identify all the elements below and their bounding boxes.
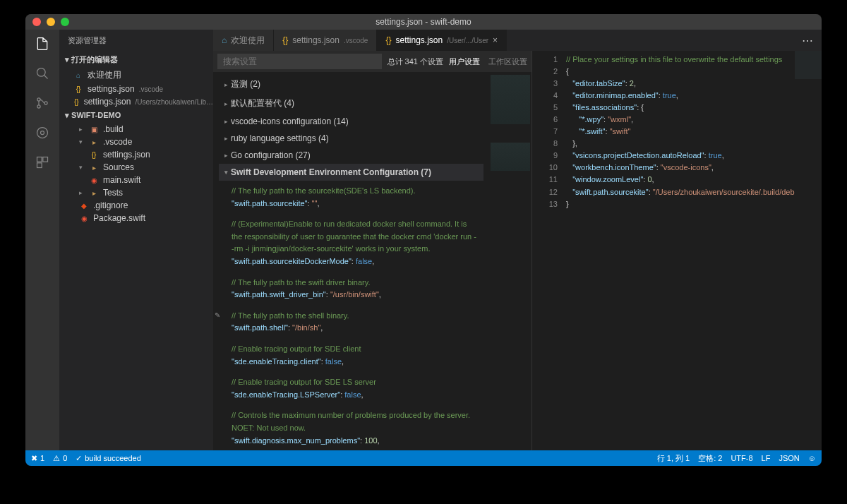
file-icon: {} bbox=[282, 35, 288, 45]
tab-path: /User/.../User bbox=[447, 37, 488, 44]
status-encoding[interactable]: UTF-8 bbox=[731, 454, 752, 462]
settings-group[interactable]: 默认配置替代 (4) bbox=[219, 94, 483, 113]
setting-item[interactable]: // Enable tracing output for SDE client"… bbox=[219, 339, 483, 372]
svg-point-5 bbox=[41, 131, 44, 135]
minimize-icon[interactable] bbox=[47, 18, 55, 26]
tree-item-label: .vscode bbox=[103, 137, 132, 147]
tree-item[interactable]: ◉main.swift bbox=[59, 174, 213, 186]
project-tree: ▸▣.build▾▸.vscode{}settings.json▾▸Source… bbox=[59, 123, 213, 224]
svg-point-1 bbox=[37, 98, 40, 101]
file-icon: ▸ bbox=[89, 137, 99, 147]
tree-item[interactable]: {}settings.json/Users/zhoukaiwen/Lib… bbox=[59, 95, 213, 108]
status-bar: ✖ 1 ⚠ 0 ✓ build succeeded 行 1, 列 1 空格: 2… bbox=[25, 450, 822, 466]
status-lang[interactable]: JSON bbox=[779, 454, 799, 462]
status-feedback-icon[interactable]: ☺ bbox=[808, 454, 816, 462]
tree-item[interactable]: ▸▸Tests bbox=[59, 186, 213, 199]
file-icon: {} bbox=[73, 84, 83, 94]
line-gutter: 12345678910111213 bbox=[532, 51, 563, 450]
file-icon: {} bbox=[385, 35, 391, 45]
status-indent[interactable]: 空格: 2 bbox=[698, 453, 722, 464]
project-header[interactable]: ▾ SWIFT-DEMO bbox=[59, 108, 213, 123]
more-icon[interactable]: ⋯ bbox=[802, 34, 815, 47]
scope-workspace[interactable]: 工作区设置 bbox=[488, 56, 527, 67]
tab-label: settings.json bbox=[292, 35, 340, 45]
activity-bar bbox=[25, 30, 59, 450]
sidebar: 资源管理器 ▾ 打开的编辑器 ⌂欢迎使用{}settings.json.vsco… bbox=[59, 30, 213, 450]
setting-item[interactable]: // The fully path to the swift driver bi… bbox=[219, 272, 483, 306]
file-icon: {} bbox=[73, 97, 80, 107]
editor-minimap bbox=[795, 51, 822, 79]
tree-item[interactable]: ◆.gitignore bbox=[59, 199, 213, 212]
file-icon: ▸ bbox=[89, 162, 99, 172]
settings-search-input[interactable] bbox=[217, 54, 382, 69]
tree-item-label: .build bbox=[103, 124, 124, 134]
status-eol[interactable]: LF bbox=[762, 454, 771, 462]
tree-item-label: main.swift bbox=[103, 175, 140, 185]
status-cursor[interactable]: 行 1, 列 1 bbox=[657, 453, 690, 464]
tab-path: .vscode bbox=[344, 37, 368, 44]
close-icon[interactable]: × bbox=[493, 35, 498, 45]
settings-group[interactable]: Go configuration (27) bbox=[219, 147, 483, 164]
tree-item-label: Tests bbox=[103, 188, 123, 198]
tree-item-label: settings.json bbox=[103, 150, 150, 160]
tree-item-label: settings.json bbox=[84, 97, 131, 107]
open-editors-list: ⌂欢迎使用{}settings.json.vscode{}settings.js… bbox=[59, 68, 213, 108]
tree-item-path: /Users/zhoukaiwen/Lib… bbox=[135, 98, 213, 106]
tab-label: settings.json bbox=[395, 35, 443, 45]
settings-list[interactable]: 遥测 (2)默认配置替代 (4)vscode-icons configurati… bbox=[213, 72, 489, 450]
explorer-icon[interactable] bbox=[34, 35, 51, 52]
tree-item[interactable]: ▾▸.vscode bbox=[59, 136, 213, 148]
json-editor[interactable]: 12345678910111213 // Place your settings… bbox=[532, 51, 822, 450]
source-control-icon[interactable] bbox=[34, 95, 51, 112]
tree-item[interactable]: ▸▣.build bbox=[59, 123, 213, 136]
window-controls bbox=[32, 18, 69, 26]
search-icon[interactable] bbox=[34, 65, 51, 82]
settings-group[interactable]: 遥测 (2) bbox=[219, 75, 483, 94]
setting-item[interactable]: // Enable tracing output for SDE LS serv… bbox=[219, 372, 483, 405]
settings-minimap bbox=[489, 72, 531, 450]
maximize-icon[interactable] bbox=[61, 18, 69, 26]
scope-user[interactable]: 用户设置 bbox=[449, 56, 480, 67]
code-content[interactable]: // Place your settings in this file to o… bbox=[563, 51, 822, 450]
editor-tab[interactable]: ⌂欢迎使用 bbox=[213, 30, 274, 51]
svg-rect-6 bbox=[37, 157, 42, 162]
file-icon: ◆ bbox=[79, 200, 89, 210]
tree-item-label: .gitignore bbox=[93, 200, 128, 210]
tree-item[interactable]: ◉Package.swift bbox=[59, 212, 213, 224]
settings-group[interactable]: vscode-icons configuration (14) bbox=[219, 113, 483, 130]
settings-search-row: 总计 341 个设置 用户设置 工作区设置 bbox=[213, 51, 531, 72]
settings-group[interactable]: ruby language settings (4) bbox=[219, 130, 483, 147]
editor-area: ⌂欢迎使用{}settings.json.vscode{}settings.js… bbox=[213, 30, 822, 450]
editor-tab[interactable]: {}settings.json.vscode bbox=[274, 30, 377, 51]
settings-group[interactable]: Swift Development Environment Configurat… bbox=[219, 164, 483, 181]
sidebar-title: 资源管理器 bbox=[59, 30, 213, 52]
open-editors-header[interactable]: ▾ 打开的编辑器 bbox=[59, 52, 213, 68]
close-icon[interactable] bbox=[32, 18, 41, 26]
file-icon: {} bbox=[89, 150, 99, 160]
tree-item[interactable]: {}settings.json bbox=[59, 148, 213, 161]
edit-icon[interactable]: ✎ bbox=[215, 310, 220, 321]
debug-icon[interactable] bbox=[34, 124, 51, 141]
tab-label: 欢迎使用 bbox=[231, 35, 265, 47]
svg-point-0 bbox=[37, 68, 46, 77]
setting-item[interactable]: ✎// The fully path to the shell binary."… bbox=[219, 306, 483, 339]
editor-tab[interactable]: {}settings.json/User/.../User× bbox=[377, 30, 507, 51]
setting-item[interactable]: // The fully path to the sourcekite(SDE'… bbox=[219, 181, 483, 214]
file-icon: ▣ bbox=[89, 124, 99, 134]
settings-count: 总计 341 个设置 bbox=[388, 56, 443, 67]
svg-point-3 bbox=[44, 102, 47, 104]
status-build[interactable]: ✓ build succeeded bbox=[76, 454, 141, 463]
file-icon: ◉ bbox=[89, 175, 99, 185]
tree-item-label: Package.swift bbox=[93, 213, 145, 223]
setting-item[interactable]: // Controls the maximum number of proble… bbox=[219, 405, 483, 450]
status-warnings[interactable]: ⚠ 0 bbox=[53, 454, 67, 463]
tree-item[interactable]: ▾▸Sources bbox=[59, 161, 213, 174]
tree-item[interactable]: ⌂欢迎使用 bbox=[59, 68, 213, 83]
status-errors[interactable]: ✖ 1 bbox=[31, 454, 44, 463]
svg-rect-8 bbox=[37, 163, 42, 168]
tree-item-label: Sources bbox=[103, 162, 134, 172]
extensions-icon[interactable] bbox=[34, 154, 51, 171]
setting-item[interactable]: // (Experimental)Enable to run dedicated… bbox=[219, 214, 483, 272]
tree-item[interactable]: {}settings.json.vscode bbox=[59, 83, 213, 95]
titlebar: settings.json - swift-demo bbox=[25, 14, 822, 30]
